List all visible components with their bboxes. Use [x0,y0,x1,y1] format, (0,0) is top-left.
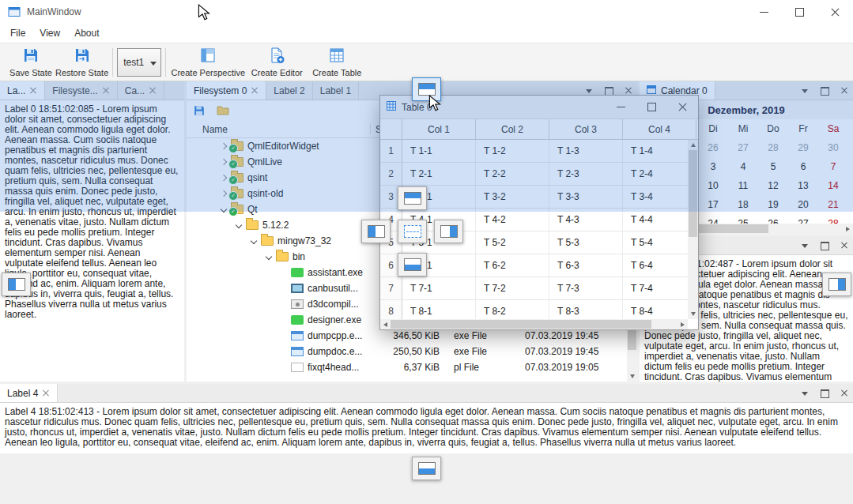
dock-right-icon [828,278,846,291]
scroll-thumb[interactable] [391,320,651,329]
dock-bottom-icon [404,258,421,271]
dock-float-icon[interactable] [819,240,830,251]
restore-icon [74,47,91,66]
menubar: File View About [0,24,853,43]
drop-indicator-cross-bottom[interactable] [398,253,427,276]
table-cell[interactable]: T 4-3 [549,209,623,231]
table-cell[interactable]: T 7-4 [623,277,688,299]
row-header[interactable]: 7 [380,277,402,299]
perspective-combobox[interactable]: test1 [117,48,161,77]
dock-top-icon [404,192,421,205]
file-date: 07.03.2019 19:45 [525,346,598,357]
chevron-down-icon[interactable] [248,239,259,243]
menu-view[interactable]: View [32,25,67,41]
table-cell[interactable]: T 8-3 [549,300,623,319]
table-cell[interactable]: T 8-4 [623,300,688,319]
exe-icon [291,347,304,356]
toolbar-separator [165,48,166,77]
scroll-down-icon[interactable] [627,371,637,382]
tab-label4[interactable]: Label 4 [0,384,58,402]
table-row: 7T 7-1T 7-2T 7-3T 7-4 [380,277,688,300]
folder-icon [246,220,259,230]
file-type: exe File [454,330,487,341]
tree-item[interactable]: fixqt4head...6,37 KiBpl File07.03.2019 1… [187,359,627,375]
dock-close-icon[interactable] [839,240,850,251]
label4-text: Label 4 18:51:02:413 - Lorem ipsum dolor… [0,403,853,452]
save-state-button[interactable]: Save State [6,45,55,80]
save-icon [22,47,40,66]
drop-indicator-cross-center[interactable] [398,220,427,243]
menu-about[interactable]: About [67,25,106,41]
table-cell[interactable]: T 6-2 [476,254,549,276]
create-table-button[interactable]: Create Table [308,45,366,80]
drop-indicator-right-edge[interactable] [822,273,851,296]
tree-item[interactable]: dumpcpp.e...346,50 KiBexe File07.03.2019… [187,328,627,344]
table-cell[interactable]: T 5-3 [549,231,623,254]
folder-icon [261,236,274,246]
table-cell[interactable]: T 4-2 [476,209,549,231]
dock-close-icon[interactable] [839,388,850,399]
window-title: MainWindow [27,6,81,17]
scroll-left-icon[interactable] [380,319,391,329]
tree-item[interactable]: dumpdoc.e...250,50 KiBexe File07.03.2019… [187,344,627,359]
dock-menu-icon[interactable] [799,388,810,399]
minimize-icon[interactable] [746,0,782,24]
table-cell[interactable]: T 5-4 [623,231,688,254]
drop-indicator-bottom[interactable] [412,457,441,480]
dock-left-icon [8,278,25,291]
close-icon[interactable] [43,389,50,397]
dock-tab-icon [404,225,421,238]
dock-right-icon [440,225,458,238]
table-cell[interactable]: T 7-2 [476,277,549,299]
dock-menu-icon[interactable] [799,240,810,251]
table-cell[interactable]: T 7-3 [549,277,623,299]
row-header[interactable]: 8 [380,300,402,319]
create-editor-button[interactable]: Create Editor [246,45,308,80]
drag-cursor-icon [428,95,441,115]
table-cell[interactable]: T 5-2 [476,231,549,254]
table-cell[interactable]: T 6-3 [549,254,623,276]
dock-left-icon [368,225,385,238]
qt-app-icon [291,315,304,325]
toolbar-separator [112,48,113,77]
dll-icon [291,299,304,309]
chevron-down-icon[interactable] [263,254,274,259]
create-perspective-button[interactable]: Create Perspective [170,45,246,80]
drop-indicator-left-edge[interactable] [2,273,31,296]
table-icon [328,47,345,66]
drop-indicator-cross-right[interactable] [434,220,463,243]
app-icon [8,6,21,18]
dock-float-icon[interactable] [819,388,830,399]
drop-indicator-cross-left[interactable] [361,220,391,243]
table-cell[interactable]: T 6-4 [623,254,688,276]
editor-icon [268,47,285,66]
table-cell[interactable]: T 7-1 [402,277,476,299]
perspective-icon [199,47,217,66]
bottom-dock-tabbar: Label 4 [0,384,853,403]
scroll-down-icon[interactable] [688,309,698,319]
table-cell[interactable]: T 8-1 [402,300,476,319]
scroll-right-icon[interactable] [677,319,688,329]
menu-file[interactable]: File [3,25,32,41]
restore-state-button[interactable]: Restore State [55,45,108,80]
table-cell[interactable]: T 8-2 [476,300,549,319]
exe-icon [291,331,304,340]
close-icon[interactable] [817,0,853,24]
chevron-down-icon[interactable] [233,223,244,228]
table-row: 8T 8-1T 8-2T 8-3T 8-4 [380,300,688,319]
drop-indicator-cross-top[interactable] [398,186,427,210]
folder-icon [276,252,289,261]
file-date: 07.03.2019 19:45 [525,330,598,341]
qt-app-icon [291,268,304,277]
dock-bottom-icon [418,462,436,475]
horizontal-scrollbar[interactable] [380,319,688,329]
scroll-right-icon[interactable] [843,224,853,234]
maximize-icon[interactable] [782,0,817,24]
label4-content: Label 4 18:51:02:413 - Lorem ipsum dolor… [0,403,853,453]
table-cell[interactable]: T 4-4 [623,209,688,231]
file-size: 250,50 KiB [373,346,440,357]
file-icon [291,363,304,372]
file-date: 07.03.2019 19:05 [525,362,598,373]
horizontal-splitter[interactable] [0,382,853,384]
bottom-dock: Label 4 Label 4 18:51:02:413 - Lorem ips… [0,384,853,453]
